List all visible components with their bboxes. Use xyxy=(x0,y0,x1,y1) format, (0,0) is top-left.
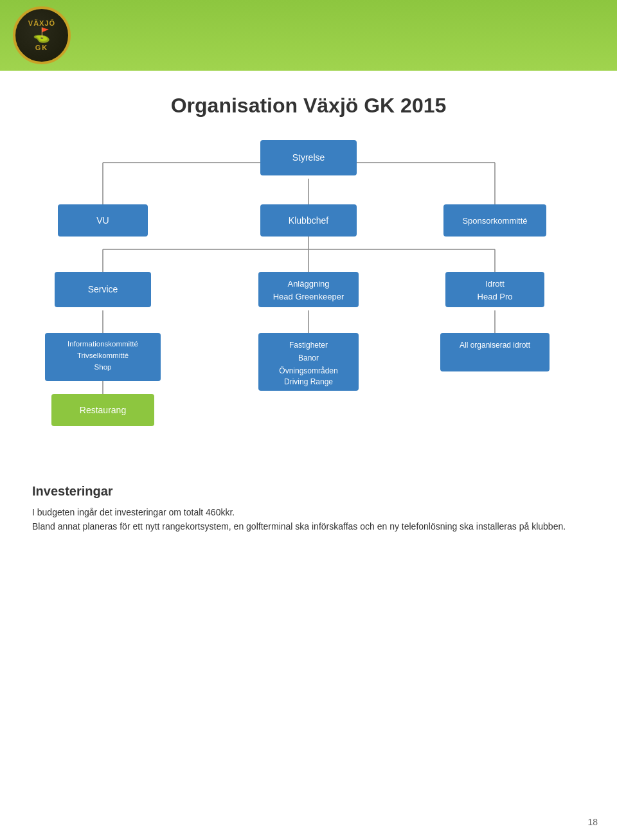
investments-title: Investeringar xyxy=(32,484,585,499)
logo-top-text: VÄXJÖ xyxy=(28,19,55,27)
svg-text:Shop: Shop xyxy=(94,363,112,371)
svg-text:Head Pro: Head Pro xyxy=(478,292,513,301)
svg-rect-41 xyxy=(440,333,550,371)
investments-paragraph1: I budgeten ingår det investeringar om to… xyxy=(32,505,585,519)
svg-text:VU: VU xyxy=(96,215,109,226)
logo: VÄXJÖ ⛳ GK xyxy=(13,6,71,64)
svg-text:Styrelse: Styrelse xyxy=(292,152,325,163)
svg-rect-23 xyxy=(258,272,359,307)
svg-rect-26 xyxy=(445,272,544,307)
svg-text:Idrott: Idrott xyxy=(485,279,505,289)
investments-paragraph2: Bland annat planeras för ett nytt rangek… xyxy=(32,519,585,533)
svg-text:Head Greenkeeper: Head Greenkeeper xyxy=(273,292,344,301)
svg-text:Informationskommitté: Informationskommitté xyxy=(67,340,138,348)
org-chart: Styrelse VU Sponsorkommitté Klubbchef Se… xyxy=(32,137,585,471)
svg-text:Klubbchef: Klubbchef xyxy=(289,215,328,226)
svg-text:Driving Range: Driving Range xyxy=(284,377,333,386)
svg-text:Service: Service xyxy=(88,284,118,294)
org-chart-svg: Styrelse VU Sponsorkommitté Klubbchef Se… xyxy=(32,137,585,471)
header-bar: VÄXJÖ ⛳ GK xyxy=(0,0,617,71)
svg-text:Restaurang: Restaurang xyxy=(80,405,126,415)
investments-section: Investeringar I budgeten ingår det inves… xyxy=(32,484,585,534)
page-title: Organisation Växjö GK 2015 xyxy=(32,94,585,118)
logo-bottom-text: GK xyxy=(35,44,49,51)
svg-text:All organiserad idrott: All organiserad idrott xyxy=(460,341,531,350)
svg-text:Sponsorkommitté: Sponsorkommitté xyxy=(462,216,527,226)
svg-text:Fastigheter: Fastigheter xyxy=(289,341,328,350)
svg-text:Övningsområden: Övningsområden xyxy=(279,366,337,375)
logo-globe-icon: ⛳ xyxy=(33,27,50,44)
svg-text:Banor: Banor xyxy=(298,353,319,362)
page-content: Organisation Växjö GK 2015 xyxy=(0,75,617,566)
page-number: 18 xyxy=(587,817,598,827)
svg-text:Anläggning: Anläggning xyxy=(287,279,329,289)
svg-text:Trivselkommitté: Trivselkommitté xyxy=(77,352,129,359)
